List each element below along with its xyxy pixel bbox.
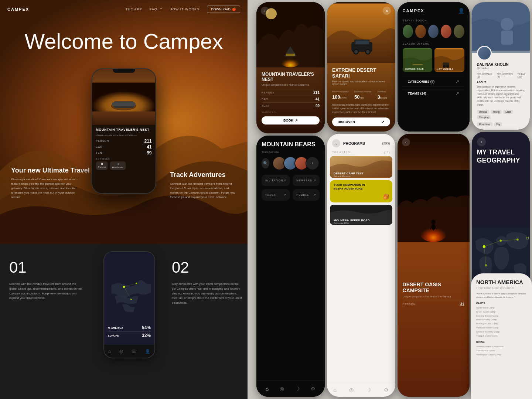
compass-nav-icon[interactable]: ◎ — [280, 386, 284, 392]
map-background: MY TRAVELGEOGRAPHY — [104, 252, 154, 358]
geo-back-button[interactable]: ‹ — [477, 137, 486, 146]
members-label: MEMBERS — [296, 179, 312, 182]
tag-offroad: Offroad — [477, 110, 490, 114]
categories-arrow-icon: ↗ — [456, 79, 459, 84]
backpack-icon: 🎒 — [383, 194, 389, 200]
prog-home-icon[interactable]: ⌂ — [333, 387, 336, 393]
summer-road-label: SUMMER ROAD — [405, 68, 424, 70]
speed-unit: km/h — [340, 96, 347, 99]
card8-person-label: PERSON — [403, 303, 416, 306]
card8-screen: ‹ DESERT OASIS CAMPSITE Unique campsite … — [398, 134, 470, 397]
programs-back-button[interactable]: ‹ — [332, 139, 340, 147]
program1-title: DESERT CAMP TEST — [334, 172, 364, 175]
hike-2: Trailblazer's Haven — [476, 349, 527, 353]
teams-arrow-icon: ↗ — [456, 91, 459, 96]
nav-how-it-works[interactable]: HOW IT WORKS — [170, 7, 200, 11]
service-parking: 🅿 Parking — [96, 161, 108, 170]
discover-button[interactable]: DISCOVER ↗ — [332, 117, 390, 126]
phone-stat-person: PERSON 211 — [96, 139, 152, 144]
tag-lead: Lead — [503, 110, 513, 114]
section-02-number: 02 — [172, 259, 242, 276]
card1-back-button[interactable]: ‹ — [261, 7, 269, 15]
profile-tags: Offroad Hiking Lead Camping — [477, 110, 525, 119]
tag-camping: Camping — [477, 115, 491, 119]
prog-moon-icon[interactable]: ☽ — [366, 387, 371, 393]
screenshot-mountain-bears: MOUNTAIN BEARS Team overview 🔍 — [256, 136, 325, 397]
programs-count: (293) — [382, 141, 390, 145]
svg-rect-3 — [112, 102, 136, 106]
summer-road-offer[interactable]: SUMMER ROAD — [403, 48, 433, 72]
teams-label: TEAMS (24) — [408, 92, 426, 95]
card2-screen: MOUNTAIN BEARS Team overview 🔍 — [256, 136, 325, 397]
phone-nav-icon: ☏ — [131, 349, 137, 354]
distance-label: Distance covered — [354, 91, 371, 93]
tent-stat-label: TENT — [262, 105, 270, 107]
invitation-action[interactable]: INVITATION ↗ — [262, 175, 290, 186]
phone-location: Unique campsite in the heart of Californ… — [96, 134, 152, 136]
car-stat-label: CAR — [262, 98, 268, 100]
screenshot-extreme-desert-safari: ✕ EXTREME DESERT SAFARI Feel the speed a… — [327, 2, 395, 132]
teams-row: TEAMS (24) ↗ — [403, 89, 464, 98]
phone-screen-content: MOUNTAIN TRAVELER'S NEST Unique campsite… — [92, 69, 156, 193]
nav-links: THE APP FAQ IT HOW IT WORKS DOWNLOAD 🍎 — [126, 6, 240, 13]
team-overview-label: Team overview — [262, 151, 320, 153]
svg-rect-17 — [356, 41, 369, 44]
campex-user-icon: 👤 — [458, 8, 464, 14]
members-action[interactable]: MEMBERS ↗ — [293, 175, 320, 186]
hero-description: Planning a vacation? Campex campground s… — [11, 177, 78, 200]
speed-label: Maximum speed — [332, 91, 348, 93]
screenshot-mountain-travelers-nest: ‹ MOUNTAIN TRAVELER'S NEST Unique campsi… — [256, 2, 325, 133]
nav-faq[interactable]: FAQ IT — [150, 7, 163, 11]
moon-nav-icon[interactable]: ☽ — [295, 386, 300, 392]
card8-subtitle: Unique campsite in the heat of the Sahar… — [403, 295, 464, 298]
speed-value: 100 — [332, 94, 340, 100]
arrow-icon: ↗ — [295, 119, 298, 122]
prog-settings-icon[interactable]: ⚙ — [384, 387, 389, 393]
shower-icon: 🚿 — [117, 163, 119, 166]
card5-screen: ‹ PROGRAMS (293) TOP RATED (12) — [327, 134, 395, 397]
card2-header: MOUNTAIN BEARS Team overview 🔍 — [256, 136, 325, 170]
card1-car-stat: CAR 41 — [262, 96, 320, 102]
phone-person-label: PERSON — [96, 140, 109, 142]
svg-point-6 — [136, 283, 137, 284]
geo-stats-overlay: N. AMERICA 54% EUROPE 32% — [108, 324, 151, 339]
screenshot-programs: ‹ PROGRAMS (293) TOP RATED (12) — [327, 134, 395, 397]
offers-row: SUMMER ROAD HOT WHEELS — [398, 48, 470, 72]
program3-title: MOUNTAIN SPEED ROAD — [334, 219, 370, 222]
phone-tent-value: 99 — [147, 150, 151, 156]
card4-screen: DALINAR KHOLIN @master FOLLOWING (2) FOL… — [472, 2, 530, 130]
card3-title: EXTREME DESERT SAFARI — [332, 67, 390, 79]
nav-the-app[interactable]: THE APP — [126, 7, 142, 11]
huddle-action[interactable]: HUDDLE ↗ — [293, 189, 320, 201]
settings-nav-icon[interactable]: ⚙ — [311, 386, 316, 392]
camp-3: Evening Breeze Camp — [476, 314, 527, 318]
hot-wheels-offer[interactable]: HOT WHEELS — [434, 48, 464, 72]
categories-label: CATEGORIES (4) — [408, 80, 434, 83]
season-offers-label: SEASON OFFERS — [398, 42, 470, 45]
close-button[interactable]: ✕ — [383, 7, 391, 15]
card1-person-stat: PERSON 211 — [262, 89, 320, 96]
phone-services-label: SERVICES — [96, 158, 152, 160]
search-row: 🔍 — [262, 156, 320, 170]
hero-area: CAMPEX THE APP FAQ IT HOW IT WORKS DOWNL… — [0, 0, 248, 244]
tools-action[interactable]: TOOLS ↗ — [262, 189, 290, 201]
prog-compass-icon[interactable]: ◎ — [349, 387, 354, 393]
na-hiking-list: Summit Seeker's Adventure Trailblazer's … — [476, 345, 527, 357]
nav-download-button[interactable]: DOWNLOAD 🍎 — [207, 6, 240, 13]
stat-speed: Maximum speed 100km/h — [332, 91, 348, 100]
track-adventures-text: Connect with like-minded travelers from … — [170, 182, 236, 200]
top-rated-label: TOP RATED — [332, 151, 350, 154]
na-content: NORTH AMERICA 31° 20' 3.6769" S, 129° 35… — [471, 273, 532, 359]
book-button[interactable]: BOOK ↗ — [262, 116, 320, 125]
na-description: "North America is where nature reveals i… — [476, 292, 527, 299]
home-nav-icon[interactable]: ⌂ — [266, 386, 269, 392]
invitation-label: INVITATION — [265, 179, 283, 182]
svg-point-33 — [431, 219, 436, 224]
card8-back-button[interactable]: ‹ — [402, 138, 410, 146]
search-icon-button[interactable]: 🔍 — [262, 158, 269, 168]
members-arrow-icon: ↗ — [313, 178, 316, 183]
card7-screen: CAMPEX 👤 STAY IN TOUCH — [398, 2, 470, 132]
group-title: MOUNTAIN BEARS — [262, 141, 320, 148]
categories-row: CATEGORIES (4) ↗ — [403, 76, 464, 84]
duration-value: 3 — [377, 94, 380, 100]
